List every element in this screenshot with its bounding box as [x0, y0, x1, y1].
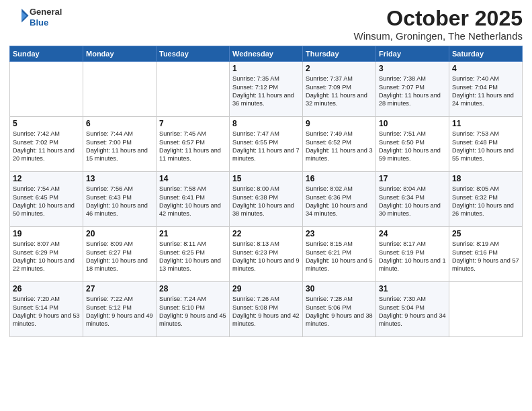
day-info: Sunrise: 8:00 AM Sunset: 6:38 PM Dayligh… — [232, 185, 300, 218]
day-info: Sunrise: 8:07 AM Sunset: 6:29 PM Dayligh… — [13, 240, 80, 273]
day-number: 4 — [452, 64, 519, 73]
calendar-cell: 14Sunrise: 7:58 AM Sunset: 6:41 PM Dayli… — [157, 172, 230, 227]
calendar-cell: 15Sunrise: 8:00 AM Sunset: 6:38 PM Dayli… — [230, 172, 303, 227]
calendar-cell: 8Sunrise: 7:47 AM Sunset: 6:55 PM Daylig… — [230, 117, 303, 172]
day-info: Sunrise: 7:47 AM Sunset: 6:55 PM Dayligh… — [232, 130, 300, 163]
calendar-cell: 1Sunrise: 7:35 AM Sunset: 7:12 PM Daylig… — [230, 62, 303, 117]
day-number: 27 — [86, 284, 153, 293]
dow-header: Friday — [376, 46, 449, 62]
calendar-cell: 13Sunrise: 7:56 AM Sunset: 6:43 PM Dayli… — [83, 172, 157, 227]
day-info: Sunrise: 8:09 AM Sunset: 6:27 PM Dayligh… — [86, 240, 153, 273]
day-info: Sunrise: 7:45 AM Sunset: 6:57 PM Dayligh… — [159, 130, 226, 163]
calendar-cell — [157, 62, 230, 117]
day-info: Sunrise: 7:40 AM Sunset: 7:04 PM Dayligh… — [452, 75, 519, 108]
day-info: Sunrise: 7:53 AM Sunset: 6:48 PM Dayligh… — [452, 130, 519, 163]
calendar-cell: 4Sunrise: 7:40 AM Sunset: 7:04 PM Daylig… — [449, 62, 523, 117]
logo: General Blue — [9, 7, 62, 28]
day-number: 13 — [86, 174, 153, 183]
day-info: Sunrise: 8:17 AM Sunset: 6:19 PM Dayligh… — [379, 240, 446, 273]
dow-header: Sunday — [10, 46, 83, 62]
day-number: 19 — [13, 229, 80, 238]
calendar-cell: 22Sunrise: 8:13 AM Sunset: 6:23 PM Dayli… — [230, 227, 303, 282]
calendar-cell: 11Sunrise: 7:53 AM Sunset: 6:48 PM Dayli… — [449, 117, 523, 172]
day-info: Sunrise: 8:11 AM Sunset: 6:25 PM Dayligh… — [159, 240, 226, 273]
day-number: 28 — [159, 284, 226, 293]
day-number: 29 — [232, 284, 300, 293]
day-info: Sunrise: 7:38 AM Sunset: 7:07 PM Dayligh… — [379, 75, 446, 108]
calendar-cell: 3Sunrise: 7:38 AM Sunset: 7:07 PM Daylig… — [376, 62, 449, 117]
calendar-cell: 31Sunrise: 7:30 AM Sunset: 5:04 PM Dayli… — [376, 282, 449, 337]
day-number: 30 — [306, 284, 373, 293]
day-number: 24 — [379, 229, 446, 238]
day-number: 10 — [379, 119, 446, 128]
day-number: 14 — [159, 174, 226, 183]
day-number: 22 — [232, 229, 300, 238]
calendar-cell: 9Sunrise: 7:49 AM Sunset: 6:52 PM Daylig… — [303, 117, 376, 172]
day-number: 9 — [306, 119, 373, 128]
dow-header: Thursday — [303, 46, 376, 62]
calendar-cell: 7Sunrise: 7:45 AM Sunset: 6:57 PM Daylig… — [157, 117, 230, 172]
day-number: 12 — [13, 174, 80, 183]
dow-header: Wednesday — [230, 46, 303, 62]
calendar-week-row: 26Sunrise: 7:20 AM Sunset: 5:14 PM Dayli… — [10, 282, 523, 337]
day-info: Sunrise: 8:13 AM Sunset: 6:23 PM Dayligh… — [232, 240, 300, 273]
calendar-cell: 28Sunrise: 7:24 AM Sunset: 5:10 PM Dayli… — [157, 282, 230, 337]
header: General Blue October 2025 Winsum, Gronin… — [9, 7, 523, 42]
day-number: 18 — [452, 174, 519, 183]
day-info: Sunrise: 8:04 AM Sunset: 6:34 PM Dayligh… — [379, 185, 446, 218]
dow-header: Monday — [83, 46, 157, 62]
calendar-cell: 30Sunrise: 7:28 AM Sunset: 5:06 PM Dayli… — [303, 282, 376, 337]
day-number: 6 — [86, 119, 153, 128]
calendar-week-row: 19Sunrise: 8:07 AM Sunset: 6:29 PM Dayli… — [10, 227, 523, 282]
calendar-cell: 12Sunrise: 7:54 AM Sunset: 6:45 PM Dayli… — [10, 172, 83, 227]
calendar-cell: 16Sunrise: 8:02 AM Sunset: 6:36 PM Dayli… — [303, 172, 376, 227]
day-info: Sunrise: 7:44 AM Sunset: 7:00 PM Dayligh… — [86, 130, 153, 163]
calendar-cell — [10, 62, 83, 117]
calendar-cell: 18Sunrise: 8:05 AM Sunset: 6:32 PM Dayli… — [449, 172, 523, 227]
day-number: 3 — [379, 64, 446, 73]
calendar-cell: 29Sunrise: 7:26 AM Sunset: 5:08 PM Dayli… — [230, 282, 303, 337]
days-of-week-row: SundayMondayTuesdayWednesdayThursdayFrid… — [10, 46, 523, 62]
calendar-cell: 10Sunrise: 7:51 AM Sunset: 6:50 PM Dayli… — [376, 117, 449, 172]
day-number: 8 — [232, 119, 300, 128]
calendar-cell: 17Sunrise: 8:04 AM Sunset: 6:34 PM Dayli… — [376, 172, 449, 227]
day-number: 21 — [159, 229, 226, 238]
calendar-cell: 2Sunrise: 7:37 AM Sunset: 7:09 PM Daylig… — [303, 62, 376, 117]
day-info: Sunrise: 7:58 AM Sunset: 6:41 PM Dayligh… — [159, 185, 226, 218]
location: Winsum, Groningen, The Netherlands — [353, 30, 523, 42]
calendar-cell — [449, 282, 523, 337]
calendar-table: SundayMondayTuesdayWednesdayThursdayFrid… — [9, 46, 523, 337]
logo-text: General Blue — [30, 7, 62, 28]
day-number: 15 — [232, 174, 300, 183]
day-number: 5 — [13, 119, 80, 128]
logo-icon — [11, 7, 30, 26]
month-title: October 2025 — [353, 7, 523, 30]
day-info: Sunrise: 7:24 AM Sunset: 5:10 PM Dayligh… — [159, 295, 226, 328]
calendar-cell: 25Sunrise: 8:19 AM Sunset: 6:16 PM Dayli… — [449, 227, 523, 282]
title-block: October 2025 Winsum, Groningen, The Neth… — [353, 7, 523, 42]
day-info: Sunrise: 8:05 AM Sunset: 6:32 PM Dayligh… — [452, 185, 519, 218]
day-number: 17 — [379, 174, 446, 183]
dow-header: Tuesday — [157, 46, 230, 62]
day-info: Sunrise: 7:26 AM Sunset: 5:08 PM Dayligh… — [232, 295, 300, 328]
calendar-cell: 6Sunrise: 7:44 AM Sunset: 7:00 PM Daylig… — [83, 117, 157, 172]
day-number: 11 — [452, 119, 519, 128]
day-info: Sunrise: 7:37 AM Sunset: 7:09 PM Dayligh… — [306, 75, 373, 108]
calendar-cell: 20Sunrise: 8:09 AM Sunset: 6:27 PM Dayli… — [83, 227, 157, 282]
page: General Blue October 2025 Winsum, Gronin… — [0, 0, 532, 411]
day-number: 16 — [306, 174, 373, 183]
day-number: 20 — [86, 229, 153, 238]
day-info: Sunrise: 7:42 AM Sunset: 7:02 PM Dayligh… — [13, 130, 80, 163]
calendar-week-row: 1Sunrise: 7:35 AM Sunset: 7:12 PM Daylig… — [10, 62, 523, 117]
calendar-cell: 27Sunrise: 7:22 AM Sunset: 5:12 PM Dayli… — [83, 282, 157, 337]
day-info: Sunrise: 8:15 AM Sunset: 6:21 PM Dayligh… — [306, 240, 373, 273]
day-info: Sunrise: 7:56 AM Sunset: 6:43 PM Dayligh… — [86, 185, 153, 218]
day-number: 1 — [232, 64, 300, 73]
day-info: Sunrise: 8:02 AM Sunset: 6:36 PM Dayligh… — [306, 185, 373, 218]
calendar-week-row: 5Sunrise: 7:42 AM Sunset: 7:02 PM Daylig… — [10, 117, 523, 172]
calendar-cell: 23Sunrise: 8:15 AM Sunset: 6:21 PM Dayli… — [303, 227, 376, 282]
calendar-body: 1Sunrise: 7:35 AM Sunset: 7:12 PM Daylig… — [10, 62, 523, 337]
calendar-cell: 19Sunrise: 8:07 AM Sunset: 6:29 PM Dayli… — [10, 227, 83, 282]
calendar-week-row: 12Sunrise: 7:54 AM Sunset: 6:45 PM Dayli… — [10, 172, 523, 227]
day-number: 2 — [306, 64, 373, 73]
